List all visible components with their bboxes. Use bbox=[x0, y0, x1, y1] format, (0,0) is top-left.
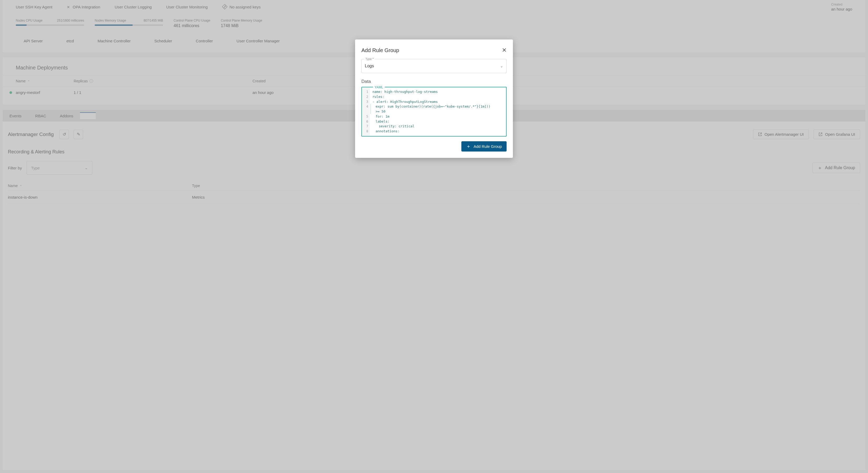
rules-col-type[interactable]: Type bbox=[192, 184, 200, 188]
chevron-down-icon: ⌄ bbox=[500, 64, 503, 68]
open-alertmanager-button[interactable]: Open Alertmanager UI bbox=[753, 129, 809, 139]
reset-button[interactable]: ↺ bbox=[59, 130, 69, 139]
add-rule-group-button[interactable]: ＋ Add Rule Group bbox=[812, 163, 860, 173]
yaml-editor[interactable]: YAML 12345678 name: high-throughput-log-… bbox=[362, 87, 506, 136]
tab-addons[interactable]: Addons bbox=[53, 111, 80, 121]
controller-etcd: etcd bbox=[66, 39, 74, 43]
user-cluster-monitoring-status: User Cluster Monitoring bbox=[166, 5, 208, 9]
cpu-usage-fill bbox=[16, 25, 27, 26]
info-icon[interactable]: i bbox=[89, 79, 93, 83]
yaml-gutter: 12345678 bbox=[362, 87, 370, 136]
created-label: Created bbox=[831, 3, 852, 6]
rules-table-row[interactable]: instance-is-down Metrics bbox=[8, 191, 860, 204]
disabled-icon bbox=[67, 5, 70, 9]
cluster-created-block: Created an hour ago bbox=[831, 3, 852, 11]
opa-integration-status: OPA Integration bbox=[67, 5, 100, 9]
modal-title: Add Rule Group bbox=[362, 48, 399, 54]
user-cluster-logging-status: User Cluster Logging bbox=[115, 5, 152, 9]
controller-controller: Controller bbox=[196, 39, 213, 43]
open-grafana-button[interactable]: Open Grafana UI bbox=[813, 129, 860, 139]
created-value: an hour ago bbox=[831, 7, 852, 11]
filter-type-placeholder: Type bbox=[31, 166, 40, 170]
modal-close-button[interactable]: ✕ bbox=[502, 47, 506, 54]
assigned-keys-status: ⚿No assigned keys bbox=[222, 4, 261, 10]
sort-asc-icon bbox=[19, 184, 22, 188]
external-link-icon bbox=[818, 132, 823, 136]
rules-col-name[interactable]: Name bbox=[8, 184, 18, 188]
controller-user-controller-manager: User Controller Manager bbox=[237, 39, 280, 43]
tab-active-hidden[interactable] bbox=[80, 112, 96, 119]
type-field-label: Type * bbox=[364, 57, 375, 61]
md-row-name: angry-mestorf bbox=[16, 90, 74, 95]
filter-type-select[interactable]: Type ⌄ bbox=[27, 161, 92, 175]
control-plane-memory-usage: Control Plane Memory Usage 1748 MiB bbox=[221, 19, 262, 28]
alerting-panel: Alertmanager Config ↺ ✎ Open Alertmanage… bbox=[3, 122, 865, 470]
rules-table-header: Name Type bbox=[8, 184, 860, 191]
undo-icon: ↺ bbox=[63, 132, 66, 137]
chevron-down-icon: ⌄ bbox=[85, 166, 88, 170]
filter-by-label: Filter by bbox=[8, 166, 22, 170]
alertmanager-config-title: Alertmanager Config bbox=[8, 131, 54, 137]
controller-machine-controller: Machine Controller bbox=[98, 39, 131, 43]
ssh-key-agent-status: User SSH Key Agent bbox=[16, 5, 52, 9]
add-rule-group-modal: Add Rule Group ✕ Type * Logs ⌄ Data YAML… bbox=[355, 39, 513, 158]
control-plane-cpu-usage: Control Plane CPU Usage 461 millicores bbox=[174, 19, 210, 28]
yaml-badge: YAML bbox=[373, 86, 385, 89]
mem-usage-fill bbox=[95, 25, 132, 26]
rule-name: instance-is-down bbox=[8, 195, 192, 199]
data-section-label: Data bbox=[362, 79, 506, 84]
pencil-icon: ✎ bbox=[77, 132, 80, 137]
md-col-replicas[interactable]: Replicas bbox=[74, 79, 88, 83]
edit-button[interactable]: ✎ bbox=[74, 130, 83, 139]
controller-api-server: API Server bbox=[24, 39, 43, 43]
tab-events[interactable]: Events bbox=[3, 111, 28, 121]
rule-type: Metrics bbox=[192, 195, 860, 199]
key-icon: ⚿ bbox=[221, 3, 228, 11]
submit-add-rule-group-button[interactable]: ＋ Add Rule Group bbox=[461, 141, 506, 152]
md-col-name[interactable]: Name bbox=[16, 79, 26, 83]
close-icon: ✕ bbox=[502, 47, 506, 54]
nodes-cpu-usage: Nodes CPU Usage251/1600 millicores bbox=[16, 19, 84, 28]
md-col-created[interactable]: Created bbox=[252, 79, 266, 83]
status-dot-green-icon bbox=[9, 91, 12, 94]
md-row-created: an hour ago bbox=[252, 90, 852, 95]
yaml-code[interactable]: name: high-throughput-log-streams rules:… bbox=[370, 87, 493, 136]
rule-type-select[interactable]: Type * Logs ⌄ bbox=[362, 59, 506, 73]
type-field-value: Logs bbox=[365, 64, 374, 68]
external-link-icon bbox=[758, 132, 762, 136]
tab-rbac[interactable]: RBAC bbox=[28, 111, 53, 121]
md-row-replicas: 1 / 1 bbox=[74, 90, 252, 95]
controller-scheduler: Scheduler bbox=[154, 39, 172, 43]
sort-asc-icon bbox=[27, 79, 30, 83]
nodes-memory-usage: Nodes Memory Usage807/1455 MiB bbox=[95, 19, 163, 28]
